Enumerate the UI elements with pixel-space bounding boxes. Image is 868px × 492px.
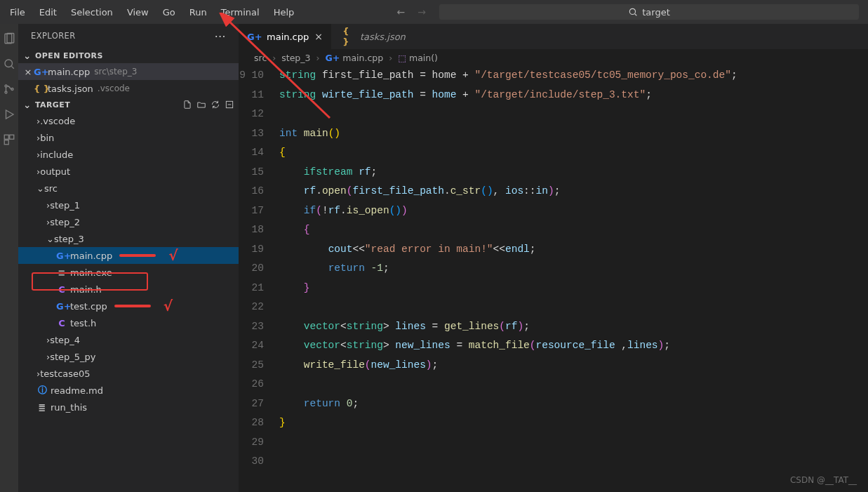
chevron-right-icon: › <box>389 53 392 63</box>
tree-item-label: testcase05 <box>40 368 90 379</box>
tree-item-label: step_4 <box>50 335 80 345</box>
tree-item[interactable]: G+main.cpp √ <box>18 247 239 264</box>
svg-marker-9 <box>6 110 14 119</box>
info-icon: ⓘ <box>36 384 48 397</box>
symbol-icon: ⬚ <box>398 53 406 63</box>
tree-item-label: step_2 <box>50 217 80 227</box>
tree-item[interactable]: ≣run_this <box>18 399 239 415</box>
close-icon[interactable]: × <box>22 67 34 77</box>
tree-item-label: test.h <box>70 318 96 328</box>
tree-item-label: run_this <box>51 402 87 413</box>
open-editor-item[interactable]: × G+ main.cpp src\step_3 <box>18 63 239 80</box>
exe-icon: ≡ <box>56 267 67 278</box>
tree-item[interactable]: ⓘreadme.md <box>18 382 239 399</box>
tree-item[interactable]: › step_1 <box>18 197 239 213</box>
breadcrumb-item[interactable]: ⬚main() <box>398 53 438 63</box>
tree-item[interactable]: G+test.cpp √ <box>18 298 239 314</box>
svg-point-7 <box>5 91 7 93</box>
tree-item-label: readme.md <box>51 385 103 396</box>
open-editors-header[interactable]: ⌄ OPEN EDITORS <box>18 48 239 63</box>
tree-item[interactable]: › step_4 <box>18 331 239 348</box>
collapse-icon[interactable] <box>225 100 234 109</box>
menu-go[interactable]: Go <box>156 4 182 20</box>
annotation-underline <box>119 254 156 257</box>
menu-selection[interactable]: Selection <box>64 4 120 20</box>
refresh-icon[interactable] <box>211 100 220 109</box>
menu-run[interactable]: Run <box>182 4 214 20</box>
breadcrumb-item[interactable]: src <box>254 53 267 63</box>
tree-item[interactable]: › step_5_py <box>18 348 239 365</box>
search-value: target <box>642 7 670 18</box>
nav-back-icon[interactable]: ← <box>393 6 410 18</box>
search-panel-icon[interactable] <box>3 58 15 70</box>
tree-item[interactable]: › bin <box>18 129 239 146</box>
tree-item[interactable]: › include <box>18 146 239 163</box>
tree-item[interactable]: › output <box>18 163 239 180</box>
menu-help[interactable]: Help <box>267 4 302 20</box>
svg-rect-2 <box>5 34 12 44</box>
c-icon: C <box>56 318 67 328</box>
open-editor-path: src\step_3 <box>94 67 137 77</box>
watermark: CSDN @__TAT__ <box>790 475 857 485</box>
svg-line-1 <box>635 14 637 16</box>
close-icon[interactable]: × <box>314 31 323 42</box>
new-file-icon[interactable] <box>182 100 192 109</box>
menu-view[interactable]: View <box>120 4 156 20</box>
sidebar: EXPLORER ⋯ ⌄ OPEN EDITORS × G+ main.cpp … <box>18 24 239 492</box>
svg-line-5 <box>11 66 13 68</box>
chevron-right-icon: › <box>272 53 276 63</box>
json-icon: { } <box>34 84 45 94</box>
breadcrumb-item[interactable]: G+main.cpp <box>326 53 384 63</box>
editor-tab[interactable]: G+ main.cpp × <box>239 24 332 49</box>
code-area[interactable]: 9 10 11 12 13 14 15 16 17 18 19 20 21 22… <box>239 66 868 492</box>
search-box[interactable]: target <box>439 4 860 20</box>
svg-point-0 <box>630 8 636 14</box>
activity-bar <box>0 24 18 492</box>
cpp-icon: G+ <box>56 301 67 312</box>
svg-point-4 <box>5 60 13 67</box>
svg-point-8 <box>11 88 13 91</box>
breadcrumb-item[interactable]: step_3 <box>281 53 310 63</box>
chevron-right-icon: › <box>316 53 320 63</box>
chevron-down-icon: ⌄ <box>22 100 32 110</box>
tree-item[interactable]: ⌄ src <box>18 180 239 197</box>
extensions-icon[interactable] <box>3 133 15 146</box>
breadcrumbs[interactable]: src›step_3›G+main.cpp›⬚main() <box>239 49 868 66</box>
menu-file[interactable]: File <box>3 4 32 20</box>
sidebar-title: EXPLORER ⋯ <box>18 24 239 48</box>
tree-item[interactable]: Ctest.h <box>18 314 239 331</box>
gutter: 9 10 11 12 13 14 15 16 17 18 19 20 21 22… <box>239 66 279 492</box>
nav-forward-icon[interactable]: → <box>413 6 430 18</box>
svg-rect-12 <box>4 140 8 145</box>
tree-item[interactable]: › .vscode <box>18 112 239 129</box>
tab-label: main.cpp <box>267 32 309 42</box>
more-icon[interactable]: ⋯ <box>215 29 226 43</box>
tab-label: tasks.json <box>360 32 406 42</box>
annotation-check: √ <box>163 298 173 314</box>
editor-area: G+ main.cpp × { } tasks.json src›step_3›… <box>239 24 868 492</box>
editor-tab[interactable]: { } tasks.json <box>332 24 425 49</box>
workspace-header[interactable]: ⌄ TARGET <box>18 97 239 112</box>
new-folder-icon[interactable] <box>196 100 206 109</box>
cpp-icon: G+ <box>34 67 45 77</box>
annotation-check: √ <box>168 247 178 264</box>
hash-icon: ≣ <box>36 402 48 413</box>
tree-item[interactable]: Cmain.h <box>18 281 239 298</box>
scm-icon[interactable] <box>3 83 15 95</box>
menu-terminal[interactable]: Terminal <box>214 4 267 20</box>
open-editor-item[interactable]: { } tasks.json .vscode <box>18 80 239 97</box>
explorer-icon[interactable] <box>3 32 15 45</box>
tree-item[interactable]: › step_2 <box>18 213 239 230</box>
tree-item-label: bin <box>40 133 54 143</box>
cpp-icon: G+ <box>247 32 258 42</box>
tree-item[interactable]: ⌄ step_3 <box>18 230 239 247</box>
tree-item-label: main.cpp <box>70 251 112 261</box>
code-lines[interactable]: string first_file_path = home + "/target… <box>279 66 868 492</box>
chevron-down-icon: ⌄ <box>46 234 54 244</box>
tree-item[interactable]: › testcase05 <box>18 365 239 382</box>
chevron-down-icon: ⌄ <box>36 183 44 194</box>
menu-edit[interactable]: Edit <box>32 4 64 20</box>
run-icon[interactable] <box>3 108 15 121</box>
tree-item[interactable]: ≡main.exe <box>18 264 239 281</box>
cpp-icon: G+ <box>326 53 340 63</box>
